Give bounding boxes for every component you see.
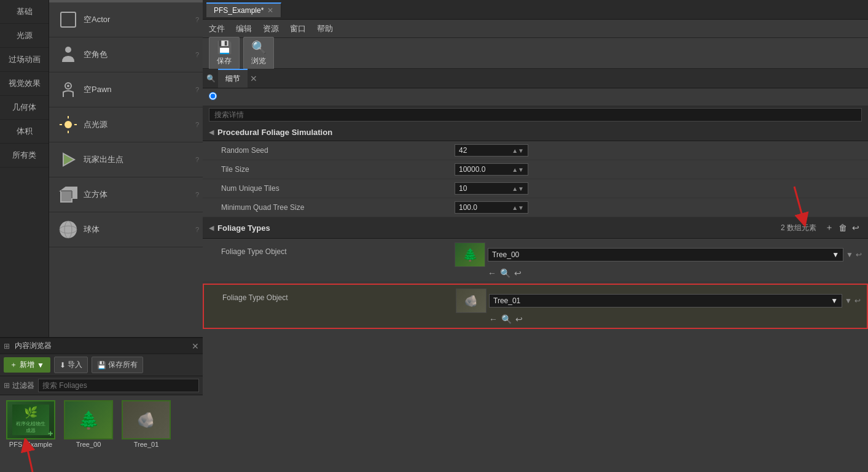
ft-back-btn-0[interactable]: ← <box>488 268 496 278</box>
list-item[interactable]: 玩家出生点 ? <box>49 142 203 177</box>
num-unique-tiles-input[interactable]: 10 ▲▼ <box>455 182 528 195</box>
list-item[interactable]: 空角色 ? <box>49 37 203 72</box>
prop-value-tile-size: 10000.0 ▲▼ <box>455 163 862 176</box>
list-item[interactable]: 球体 ? <box>49 212 203 247</box>
sidebar-item-suoyoulei[interactable]: 所有类 <box>0 144 49 168</box>
ft-tree-name-0: Tree_00 <box>492 250 519 259</box>
filter-label[interactable]: 过滤器 <box>12 381 34 391</box>
ft-expand-icon-0[interactable]: ▼ <box>846 250 853 259</box>
foliage-reset-button[interactable]: ↩ <box>850 222 862 234</box>
radio-option[interactable] <box>209 92 217 100</box>
foliage-type-row-0: Foliage Type Object 🌲 Tree_00 ▼ ▼ ↩ ← 🔍 <box>203 239 868 282</box>
category-sidebar: 基础 光源 过场动画 视觉效果 几何体 体积 所有类 <box>0 0 49 337</box>
tab-close-icon[interactable]: ✕ <box>267 6 273 15</box>
ft-search-btn-1[interactable]: 🔍 <box>501 314 512 324</box>
ft-top-0: 🌲 Tree_00 ▼ ▼ ↩ <box>455 242 862 267</box>
content-browser-search-bar: ⊞ 过滤器 <box>0 376 203 395</box>
tile-size-input[interactable]: 10000.0 ▲▼ <box>455 163 528 176</box>
foliage-types-section-title: Foliage Types <box>217 223 781 233</box>
new-icon: ＋ <box>10 360 17 370</box>
browse-icon: 🔍 <box>251 40 267 55</box>
tab-pfs-example[interactable]: PFS_Example* ✕ <box>206 2 281 17</box>
asset-item-pfs[interactable]: 🌿 程序化植物生 成器 ✚ PFS_Example <box>4 400 58 448</box>
browse-button[interactable]: 🔍 浏览 <box>243 37 274 69</box>
ft-reset-btn-1[interactable]: ↩ <box>515 314 523 324</box>
ft-link-icon-0[interactable]: ↩ <box>856 250 862 259</box>
list-item[interactable]: 立方体 ? <box>49 177 203 212</box>
detail-search-input[interactable] <box>209 108 862 122</box>
actor-name-sphere: 球体 <box>84 224 193 235</box>
actor-icon-point-light <box>53 109 84 140</box>
menu-edit[interactable]: 编辑 <box>236 23 252 34</box>
ft-back-btn-1[interactable]: ← <box>489 314 498 324</box>
menu-file[interactable]: 文件 <box>209 23 225 34</box>
detail-tab-details[interactable]: 细节 <box>218 69 248 88</box>
sidebar-item-tiji[interactable]: 体积 <box>0 120 49 144</box>
new-add-label: 新增 <box>20 360 34 370</box>
ft-search-btn-0[interactable]: 🔍 <box>500 268 510 278</box>
import-button[interactable]: ⬇ 导入 <box>54 357 88 373</box>
asset-item-tree00[interactable]: 🌲 Tree_00 <box>61 400 115 448</box>
save-button[interactable]: 💾 保存 <box>209 37 240 69</box>
actor-icon-empty-actor <box>53 4 84 35</box>
content-browser-toolbar: ＋ 新增 ▼ ⬇ 导入 💾 保存所有 <box>0 354 203 376</box>
ft-dropdown-arrow-0: ▼ <box>832 250 839 259</box>
foliage-add-button[interactable]: ＋ <box>823 221 836 234</box>
list-item[interactable]: 空Actor ? <box>49 2 203 37</box>
foliage-type-label-1: Foliage Type Object <box>222 288 456 302</box>
actor-help-icon: ? <box>195 16 199 23</box>
ft-dropdown-0[interactable]: Tree_00 ▼ <box>488 248 843 261</box>
prop-value-random-seed: 42 ▲▼ <box>455 144 862 157</box>
sidebar-item-guangyuan[interactable]: 光源 <box>0 24 49 48</box>
tile-size-value: 10000.0 <box>459 165 485 174</box>
svg-point-14 <box>60 221 77 238</box>
asset-thumb-tree00: 🌲 <box>64 400 113 439</box>
import-label: 导入 <box>68 360 82 370</box>
foliage-type-control-1: 🪨 Tree_01 ▼ ▼ ↩ ← 🔍 ↩ <box>456 288 861 324</box>
sidebar-item-jiheti[interactable]: 几何体 <box>0 96 49 120</box>
actor-name-player-start: 玩家出生点 <box>84 154 193 165</box>
list-item[interactable]: 点光源 ? <box>49 107 203 142</box>
prop-label-num-unique-tiles: Num Unique Tiles <box>221 184 455 193</box>
actor-icon-player-start <box>53 144 84 175</box>
save-all-button[interactable]: 💾 保存所有 <box>92 357 143 373</box>
section-collapse-icon: ◀ <box>209 128 214 136</box>
ft-expand-icon-1[interactable]: ▼ <box>845 296 852 305</box>
content-browser-close-icon[interactable]: ✕ <box>192 341 199 351</box>
num-unique-tiles-value: 10 <box>459 184 467 193</box>
svg-point-4 <box>65 121 72 128</box>
asset-grid: 🌿 程序化植物生 成器 ✚ PFS_Example 🌲 Tree_00 <box>0 395 203 472</box>
detail-panel: 🔍 细节 ✕ ◀ Procedural Foliage Simulation R… <box>203 69 868 472</box>
random-seed-input[interactable]: 42 ▲▼ <box>455 144 528 157</box>
import-icon: ⬇ <box>60 361 66 369</box>
list-item[interactable]: 空Pawn ? <box>49 72 203 107</box>
menu-help[interactable]: 帮助 <box>317 23 333 34</box>
section-header-pfs[interactable]: ◀ Procedural Foliage Simulation <box>203 124 868 141</box>
sidebar-item-guochang[interactable]: 过场动画 <box>0 48 49 72</box>
actor-help-icon: ? <box>195 121 199 128</box>
detail-tab-bar: 🔍 细节 ✕ <box>203 69 868 88</box>
sidebar-item-shijiao[interactable]: 视觉效果 <box>0 72 49 96</box>
detail-tab-close-icon[interactable]: ✕ <box>250 74 257 83</box>
ft-dropdown-1[interactable]: Tree_01 ▼ <box>489 294 842 308</box>
prop-row-min-quad-tree: Minimum Quad Tree Size 100.0 ▲▼ <box>203 198 868 217</box>
radio-row <box>203 88 868 106</box>
min-quad-tree-input[interactable]: 100.0 ▲▼ <box>455 201 528 214</box>
actor-help-icon: ? <box>195 51 199 58</box>
prop-value-num-unique-tiles: 10 ▲▼ <box>455 182 862 195</box>
prop-row-tile-size: Tile Size 10000.0 ▲▼ <box>203 160 868 179</box>
ft-link-icon-1[interactable]: ↩ <box>854 296 861 305</box>
menu-window[interactable]: 窗口 <box>290 23 306 34</box>
detail-search-bar <box>203 106 868 124</box>
search-input[interactable] <box>38 379 199 392</box>
new-add-button[interactable]: ＋ 新增 ▼ <box>4 357 50 373</box>
left-panel: 基础 光源 过场动画 视觉效果 几何体 体积 所有类 空Actor ? <box>0 0 203 472</box>
foliage-count: 2 数组元素 <box>781 223 816 233</box>
foliage-type-label-0: Foliage Type Object <box>221 242 455 256</box>
menu-assets[interactable]: 资源 <box>263 23 279 34</box>
foliage-delete-button[interactable]: 🗑 <box>836 222 850 234</box>
ft-reset-btn-0[interactable]: ↩ <box>514 268 522 278</box>
min-quad-tree-value: 100.0 <box>459 203 477 212</box>
asset-item-tree01[interactable]: 🪨 Tree_01 <box>119 400 173 448</box>
sidebar-item-jichu[interactable]: 基础 <box>0 0 49 24</box>
